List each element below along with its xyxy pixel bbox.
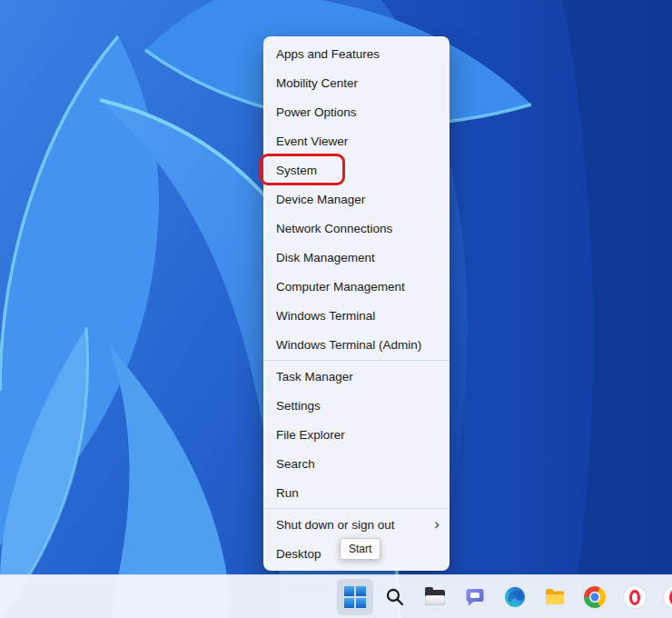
start-tooltip-label: Start	[349, 543, 371, 555]
menu-item-label: Windows Terminal (Admin)	[276, 338, 421, 352]
chrome-button[interactable]	[577, 579, 613, 615]
menu-separator	[263, 360, 450, 361]
opera-partial-icon	[664, 586, 672, 608]
start-tooltip: Start	[340, 538, 380, 560]
opera-partial-button[interactable]	[657, 579, 672, 615]
menu-item-label: System	[276, 164, 317, 177]
menu-item-windows-terminal-admin[interactable]: Windows Terminal (Admin)	[263, 330, 450, 359]
folder-icon	[544, 586, 566, 608]
menu-item-mobility-center[interactable]: Mobility Center	[263, 68, 450, 97]
folder-button[interactable]	[537, 579, 573, 615]
start-button[interactable]	[337, 579, 373, 615]
menu-item-label: Network Connections	[276, 222, 392, 235]
menu-item-label: Apps and Features	[276, 47, 380, 61]
menu-item-task-manager[interactable]: Task Manager	[263, 362, 450, 391]
opera-icon	[624, 586, 646, 608]
menu-item-file-explorer[interactable]: File Explorer	[263, 420, 450, 449]
chat-button[interactable]	[457, 579, 493, 615]
taskbar	[0, 574, 672, 618]
menu-item-search[interactable]: Search	[263, 449, 450, 478]
menu-item-label: Power Options	[276, 105, 357, 119]
menu-item-shut-down-or-sign-out[interactable]: Shut down or sign out›	[263, 510, 450, 539]
edge-icon	[504, 586, 526, 608]
menu-item-label: Search	[276, 457, 315, 471]
desktop: Apps and FeaturesMobility CenterPower Op…	[0, 0, 672, 618]
menu-item-label: Computer Management	[276, 280, 405, 294]
menu-item-system[interactable]: System	[263, 155, 450, 184]
chevron-right-icon: ›	[434, 516, 440, 532]
menu-item-label: Task Manager	[276, 370, 353, 384]
menu-item-device-manager[interactable]: Device Manager	[263, 184, 450, 214]
menu-item-event-viewer[interactable]: Event Viewer	[263, 126, 450, 155]
context-menu: Apps and FeaturesMobility CenterPower Op…	[263, 36, 450, 571]
menu-item-run[interactable]: Run	[263, 478, 450, 507]
menu-item-label: Device Manager	[276, 193, 365, 206]
menu-item-label: Event Viewer	[276, 135, 348, 148]
menu-item-label: Windows Terminal	[276, 309, 375, 323]
search-icon	[384, 586, 406, 608]
menu-item-computer-management[interactable]: Computer Management	[263, 272, 450, 301]
menu-item-network-connections[interactable]: Network Connections	[263, 214, 450, 243]
opera-button[interactable]	[617, 579, 653, 615]
menu-separator	[263, 508, 450, 509]
menu-item-label: Shut down or sign out	[276, 518, 395, 532]
menu-item-apps-and-features[interactable]: Apps and Features	[263, 39, 450, 68]
menu-item-label: Mobility Center	[276, 76, 358, 90]
file-explorer-button[interactable]	[417, 579, 453, 615]
search-button[interactable]	[377, 579, 413, 615]
taskbar-icons	[337, 579, 672, 615]
menu-item-label: Desktop	[276, 547, 321, 561]
chrome-icon	[584, 586, 606, 608]
menu-item-label: Disk Management	[276, 251, 375, 264]
menu-item-disk-management[interactable]: Disk Management	[263, 243, 450, 272]
edge-button[interactable]	[497, 579, 533, 615]
menu-item-power-options[interactable]: Power Options	[263, 97, 450, 126]
chat-icon	[464, 586, 486, 608]
menu-item-label: Run	[276, 486, 299, 500]
menu-item-label: File Explorer	[276, 428, 345, 442]
file-explorer-icon	[424, 586, 446, 608]
menu-item-label: Settings	[276, 399, 321, 413]
windows-logo-icon	[344, 586, 366, 608]
menu-item-windows-terminal[interactable]: Windows Terminal	[263, 301, 450, 330]
menu-item-settings[interactable]: Settings	[263, 391, 450, 420]
